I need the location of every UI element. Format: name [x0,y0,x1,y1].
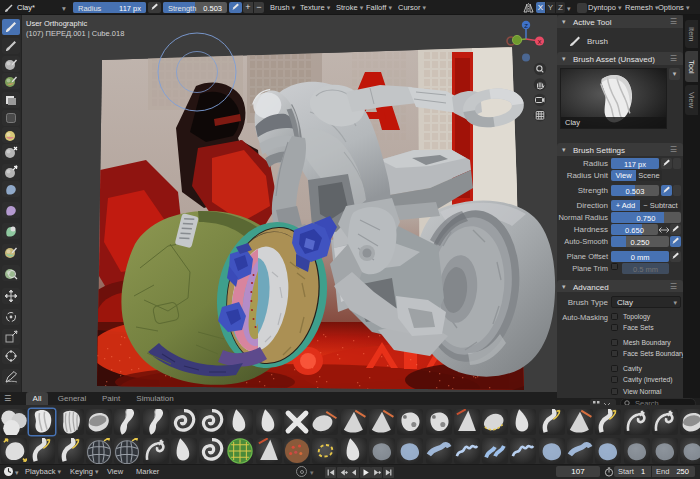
svg-text:X: X [537,39,541,45]
svg-text:User Orthographic: User Orthographic [26,19,88,28]
svg-text:Z: Z [524,23,528,29]
svg-text:(107) ПЕРЕД.001 | Cube.018: (107) ПЕРЕД.001 | Cube.018 [26,29,124,38]
